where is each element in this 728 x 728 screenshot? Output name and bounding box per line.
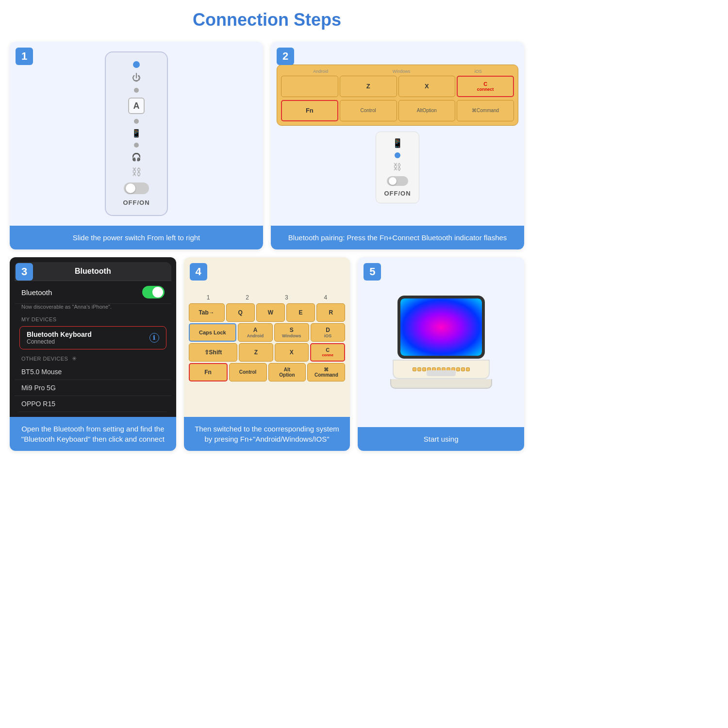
off-on-label: OFF/ON [123, 199, 149, 206]
key-x: X [398, 76, 456, 97]
kbd-bottom-row2: Fn Control AltOption ⌘Command [281, 100, 514, 121]
key-alt-option: AltOption [398, 100, 456, 121]
bt-keyboard-device-row[interactable]: Bluetooth Keyboard Connected ℹ [19, 326, 166, 349]
step-4-desc: Then switched to the coorresponding syst… [195, 425, 339, 443]
key-a: A [128, 98, 145, 114]
step-5-card: 5 [358, 257, 524, 451]
touchpad [427, 370, 456, 376]
sys-label-ios: iOS [475, 69, 482, 74]
key-fn2: Fn [189, 363, 228, 381]
keyboard-base [390, 379, 492, 389]
top-grid: 1 ⏻ A 📱 🎧 ⛓ OFF/ON Slide the power switc… [10, 42, 524, 249]
key-shift: ⇧Shift [189, 343, 238, 362]
mini-key-10 [456, 367, 460, 371]
bottom-grid: 3 Bluetooth Bluetooth Now discoverable a… [10, 257, 524, 451]
key-control: Control [340, 100, 397, 121]
key-w: W [256, 303, 285, 322]
bt-toggle-row: Bluetooth [15, 281, 171, 304]
mini-key-12 [466, 367, 470, 371]
num-1: 1 [207, 294, 210, 301]
mini-key-11 [461, 367, 465, 371]
off-on-label-2: OFF/ON [384, 190, 411, 197]
key-s-windows: SWindows [274, 323, 309, 342]
bt-toggle-label: Bluetooth [21, 288, 52, 297]
page-title: Connection Steps [10, 10, 524, 30]
sys-label-android: Android [313, 69, 328, 74]
bluetooth-screen: Bluetooth Bluetooth Now discoverable as … [15, 262, 171, 412]
kbd-top-row2: Z X Cconnect [281, 76, 514, 97]
other-device-3[interactable]: OPPO R15 [15, 396, 171, 412]
step-1-desc: Slide the power switch From left to righ… [73, 233, 200, 242]
step-5-badge: 5 [364, 263, 381, 281]
tablet-frame [397, 296, 485, 359]
link-icon: ⛓ [132, 166, 141, 178]
step-1-image: 1 ⏻ A 📱 🎧 ⛓ OFF/ON [10, 42, 263, 226]
key-e: E [286, 303, 315, 322]
num-3: 3 [285, 294, 288, 301]
bt-toggle-control[interactable] [142, 286, 165, 298]
key-command2: ⌘Command [307, 363, 345, 381]
step-4-image: 4 1 2 3 4 Tab→ Q W E R [184, 257, 350, 417]
indicator-dot-3 [134, 143, 139, 148]
key-fn: Fn [281, 100, 338, 121]
my-devices-header: MY DEVICES [15, 313, 171, 324]
step-3-badge: 3 [16, 263, 33, 281]
bt-device-info: Bluetooth Keyboard Connected [27, 331, 92, 345]
step-2-desc: Bluetooth pairing: Press the Fn+Connect … [288, 233, 507, 242]
key-z2: Z [239, 343, 273, 362]
power-icon: ⏻ [132, 73, 141, 83]
mini-key-3 [422, 367, 426, 371]
step-2-footer: Bluetooth pairing: Press the Fn+Connect … [271, 226, 524, 249]
key-c-connect: Cconnect [457, 76, 514, 97]
indicator-dot-2 [134, 119, 139, 124]
bluetooth-indicator [133, 61, 140, 68]
kbd4-row4: Fn Control AltOption ⌘Command [189, 363, 346, 381]
toggle-knob [126, 183, 135, 193]
step-5-image: 5 [358, 257, 524, 427]
phone-icon-2: 📱 [392, 138, 403, 149]
tablet-screen [400, 298, 482, 356]
other-device-1[interactable]: BT5.0 Mouse [15, 364, 171, 380]
key-r: R [316, 303, 345, 322]
key-a-android: AAndroid [238, 323, 273, 342]
headphone-icon: 🎧 [132, 152, 141, 162]
key-control2: Control [229, 363, 267, 381]
phone-icon: 📱 [132, 129, 141, 138]
bt-toggle-knob [152, 287, 163, 298]
step-2-badge: 2 [277, 48, 294, 65]
bt-discoverable-text: Now discoverable as "Anna's iPhone". [15, 304, 171, 313]
step-5-footer: Start using [358, 427, 524, 451]
indicator-dot-1 [134, 88, 139, 93]
key-tab: Tab→ [189, 303, 225, 322]
kbd4-row3: ⇧Shift Z X Cconne [189, 343, 346, 362]
num-2: 2 [246, 294, 249, 301]
key-alt-option2: AltOption [268, 363, 306, 381]
bt-device-name: Bluetooth Keyboard [27, 331, 92, 338]
key-q: Q [226, 303, 255, 322]
bt-info-button[interactable]: ℹ [149, 333, 159, 343]
key-z: Z [340, 76, 397, 97]
mini-key-1 [413, 367, 416, 371]
mini-key-2 [417, 367, 421, 371]
step-2-image: 2 Android Windows iOS Z X Cconnect Fn Co… [271, 42, 524, 226]
bt-screen-header: Bluetooth [15, 262, 171, 281]
power-toggle-2[interactable] [387, 176, 408, 186]
other-device-2[interactable]: Mi9 Pro 5G [15, 380, 171, 396]
key-capslock: Caps Lock [189, 323, 236, 342]
keyboard-4: 1 2 3 4 Tab→ Q W E R Caps Lock AAndroid [189, 293, 346, 381]
step-1-footer: Slide the power switch From left to righ… [10, 226, 263, 249]
kbd-bottom-device: 📱 ⛓ OFF/ON [376, 132, 419, 203]
keyboard-body [393, 360, 490, 379]
step-4-card: 4 1 2 3 4 Tab→ Q W E R [184, 257, 350, 451]
key-x2: X [275, 343, 309, 362]
other-devices-header: OTHER DEVICES ✳ [15, 351, 171, 364]
bt-indicator-2 [395, 152, 400, 158]
loading-spinner: ✳ [72, 355, 77, 362]
step-4-badge: 4 [190, 263, 207, 281]
step-2-card: 2 Android Windows iOS Z X Cconnect Fn Co… [271, 42, 524, 249]
step-4-footer: Then switched to the coorresponding syst… [184, 417, 350, 451]
kbd4-row2: Caps Lock AAndroid SWindows DiOS [189, 323, 346, 342]
power-toggle[interactable] [124, 182, 149, 194]
sys-label-windows: Windows [393, 69, 411, 74]
step-3-image: 3 Bluetooth Bluetooth Now discoverable a… [10, 257, 176, 417]
